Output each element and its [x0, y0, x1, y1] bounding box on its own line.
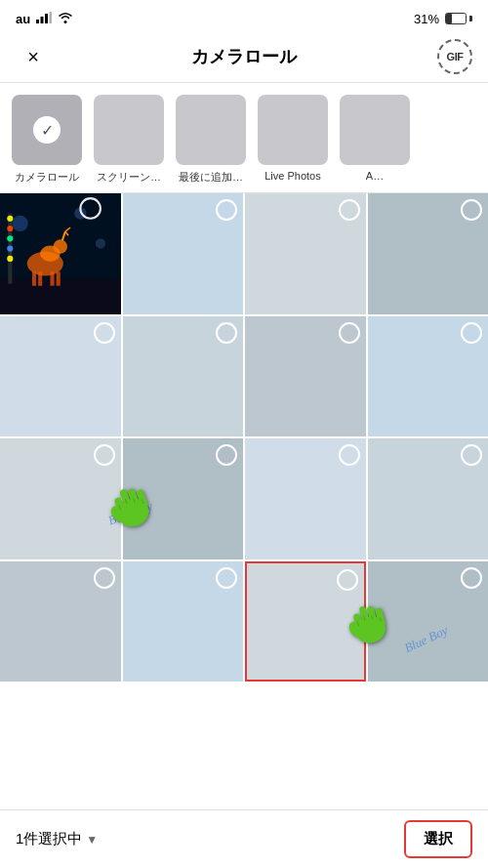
selection-circle: [216, 567, 237, 589]
album-item-screenshots[interactable]: スクリーン…: [94, 95, 164, 185]
album-item-camera-roll[interactable]: ✓ カメラロール: [12, 95, 82, 185]
selection-circle: [94, 567, 115, 589]
photo-cell-3-3[interactable]: [245, 438, 366, 559]
album-label-live-photos: Live Photos: [264, 170, 320, 182]
selection-circle: [339, 199, 360, 221]
photo-cell-featured[interactable]: [0, 193, 121, 314]
wifi-icon: [58, 12, 73, 26]
featured-photo: [0, 193, 121, 314]
selection-circle: [216, 444, 237, 466]
photo-cell-1-3[interactable]: [245, 193, 366, 314]
svg-rect-0: [36, 20, 39, 23]
album-scroll-row: ✓ カメラロール スクリーン… 最後に追加… Live Photos A…: [0, 83, 488, 193]
svg-rect-13: [50, 271, 54, 285]
photo-cell-4-4[interactable]: [368, 561, 489, 682]
svg-point-7: [96, 238, 105, 248]
close-button[interactable]: ×: [16, 39, 51, 74]
album-label-more: A…: [366, 170, 384, 182]
photo-cell-4-2[interactable]: [123, 561, 244, 682]
svg-point-21: [7, 226, 13, 231]
status-bar: au 31%: [0, 0, 488, 35]
svg-rect-2: [45, 14, 48, 23]
battery-icon: [445, 13, 472, 24]
photo-cell-3-2[interactable]: [123, 438, 244, 559]
album-thumb-more: [340, 95, 410, 165]
album-item-recently-added[interactable]: 最後に追加…: [176, 95, 246, 185]
photo-cell-3-1[interactable]: [0, 438, 121, 559]
carrier-signal: au: [16, 12, 73, 26]
selection-circle: [461, 199, 482, 221]
svg-rect-11: [32, 271, 36, 285]
signal-icon: [36, 12, 52, 26]
selection-circle: [216, 199, 237, 221]
selection-circle: [461, 322, 482, 344]
photo-cell-4-1[interactable]: [0, 561, 121, 682]
nav-bar: × カメラロール GIF: [0, 35, 488, 83]
selection-circle: [339, 322, 360, 344]
photo-cell-2-4[interactable]: [368, 316, 489, 437]
album-item-more[interactable]: A…: [340, 95, 410, 185]
photo-grid-area: Blue Boy Blue Boy: [0, 193, 488, 760]
album-thumb-live-photos: [258, 95, 328, 165]
svg-point-15: [54, 239, 67, 253]
bottom-bar: 1件選択中 ▼ 選択: [0, 809, 488, 868]
selection-circle: [94, 444, 115, 466]
svg-point-23: [7, 246, 13, 252]
selection-circle: [339, 444, 360, 466]
selection-count[interactable]: 1件選択中 ▼: [16, 830, 98, 848]
chevron-down-icon: ▼: [86, 833, 98, 847]
battery-percent: 31%: [414, 12, 439, 26]
photo-cell-2-2[interactable]: [123, 316, 244, 437]
album-item-live-photos[interactable]: Live Photos: [258, 95, 328, 185]
photo-cell-3-4[interactable]: [368, 438, 489, 559]
photo-cell-4-3[interactable]: [245, 561, 366, 682]
selection-circle: [461, 444, 482, 466]
carrier-label: au: [16, 12, 30, 26]
album-thumb-camera-roll: ✓: [12, 95, 82, 165]
photo-cell-2-3[interactable]: [245, 316, 366, 437]
svg-point-24: [7, 256, 13, 262]
svg-rect-12: [38, 271, 42, 285]
selection-circle: [94, 322, 115, 344]
svg-point-5: [12, 216, 27, 231]
check-icon: ✓: [33, 116, 61, 144]
album-thumb-recently-added: [176, 95, 246, 165]
selection-circle: [337, 569, 358, 591]
svg-rect-3: [50, 12, 53, 23]
select-button[interactable]: 選択: [404, 820, 472, 858]
photo-cell-2-1[interactable]: [0, 316, 121, 437]
svg-rect-14: [57, 271, 61, 285]
album-label-camera-roll: カメラロール: [15, 170, 79, 185]
svg-point-22: [7, 235, 13, 241]
svg-rect-1: [41, 17, 44, 23]
album-label-recently-added: 最後に追加…: [179, 170, 243, 185]
photo-cell-1-2[interactable]: [123, 193, 244, 314]
photo-grid: [0, 193, 488, 682]
selection-circle: [461, 567, 482, 589]
album-thumb-screenshots: [94, 95, 164, 165]
photo-decoration: [0, 193, 121, 314]
page-title: カメラロール: [191, 45, 297, 68]
album-label-screenshots: スクリーン…: [97, 170, 161, 185]
svg-point-20: [7, 216, 13, 222]
photo-cell-1-4[interactable]: [368, 193, 489, 314]
selection-count-text: 1件選択中: [16, 830, 82, 848]
gif-button[interactable]: GIF: [437, 39, 472, 74]
selection-circle: [216, 322, 237, 344]
battery-status: 31%: [414, 12, 472, 26]
